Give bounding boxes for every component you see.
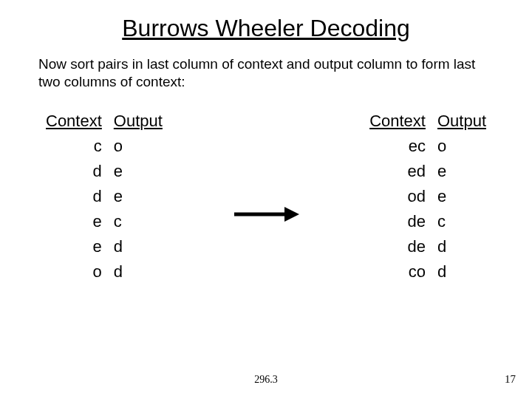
cell-context: od	[362, 184, 432, 209]
cell-output: o	[432, 134, 494, 159]
right-header-output: Output	[432, 109, 494, 134]
slide-body-text: Now sort pairs in last column of context…	[0, 55, 532, 91]
svg-marker-1	[284, 207, 299, 222]
table-row: e d	[38, 234, 170, 259]
right-table: Context Output ec o ed e od e de c de d …	[362, 109, 494, 284]
table-row: ec o	[362, 134, 494, 159]
cell-output: d	[108, 234, 170, 259]
table-row: o d	[38, 259, 170, 284]
cell-context: c	[38, 134, 108, 159]
cell-context: ed	[362, 159, 432, 184]
cell-context: de	[362, 234, 432, 259]
cell-context: de	[362, 209, 432, 234]
cell-output: e	[108, 184, 170, 209]
cell-output: e	[432, 184, 494, 209]
slide-title: Burrows Wheeler Decoding	[0, 0, 532, 55]
cell-context: d	[38, 184, 108, 209]
table-row: c o	[38, 134, 170, 159]
cell-context: ec	[362, 134, 432, 159]
table-row: od e	[362, 184, 494, 209]
cell-context: co	[362, 259, 432, 284]
cell-output: e	[432, 159, 494, 184]
table-row: ed e	[362, 159, 494, 184]
cell-output: d	[432, 234, 494, 259]
table-row: d e	[38, 184, 170, 209]
cell-output: c	[432, 209, 494, 234]
cell-output: c	[108, 209, 170, 234]
table-row: de c	[362, 209, 494, 234]
cell-context: e	[38, 234, 108, 259]
cell-output: d	[432, 259, 494, 284]
arrow-gap	[170, 109, 362, 224]
cell-output: o	[108, 134, 170, 159]
cell-context: o	[38, 259, 108, 284]
table-row: co d	[362, 259, 494, 284]
left-header-context: Context	[38, 109, 108, 134]
cell-context: d	[38, 159, 108, 184]
left-table: Context Output c o d e d e e c e d o d	[38, 109, 170, 284]
footer-page-number: 17	[505, 373, 516, 386]
cell-context: e	[38, 209, 108, 234]
cell-output: e	[108, 159, 170, 184]
table-row: e c	[38, 209, 170, 234]
arrow-right-icon	[233, 205, 299, 224]
cell-output: d	[108, 259, 170, 284]
table-row: de d	[362, 234, 494, 259]
left-header-output: Output	[108, 109, 170, 134]
right-header-context: Context	[362, 109, 432, 134]
footer-center: 296.3	[0, 374, 532, 386]
tables-row: Context Output c o d e d e e c e d o d	[0, 91, 532, 284]
table-row: d e	[38, 159, 170, 184]
